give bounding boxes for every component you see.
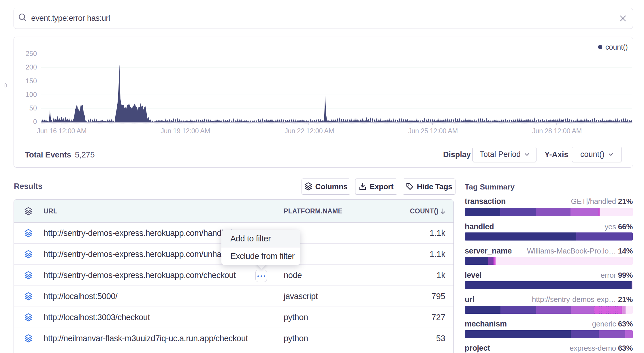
svg-text:Jun 22 12:00 AM: Jun 22 12:00 AM [285,127,334,135]
svg-text:0: 0 [33,118,37,125]
svg-text:200: 200 [26,63,37,71]
svg-text:Jun 28 12:00 AM: Jun 28 12:00 AM [532,127,582,135]
svg-text:150: 150 [26,77,37,85]
svg-text:50: 50 [29,104,37,112]
svg-text:100: 100 [26,91,37,98]
svg-text:Jun 16 12:00 AM: Jun 16 12:00 AM [37,127,86,135]
svg-text:count(): count() [605,43,628,51]
svg-text:Jun 19 12:00 AM: Jun 19 12:00 AM [161,127,210,135]
svg-text:250: 250 [26,50,37,57]
svg-text:Jun 25 12:00 AM: Jun 25 12:00 AM [408,127,458,135]
